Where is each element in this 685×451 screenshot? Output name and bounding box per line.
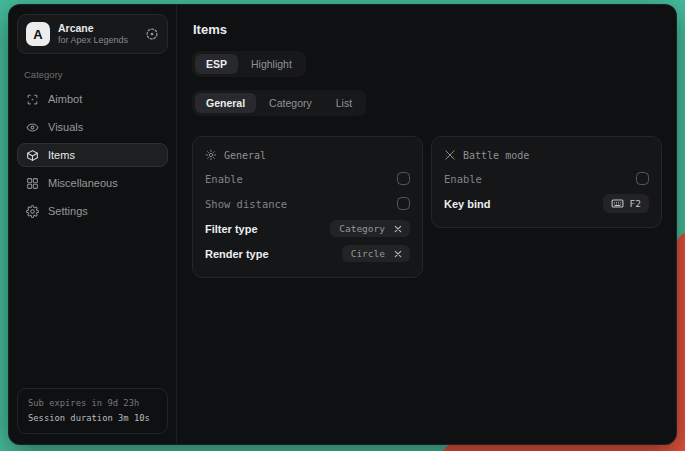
setting-row-key-bind: Key bindF2 [444, 191, 649, 216]
app-name: Arcane [58, 22, 137, 35]
session-duration-text: Session duration 3m 10s [28, 411, 157, 426]
keyboard-icon [611, 197, 624, 210]
eye-icon [26, 121, 39, 134]
setting-row-enable: Enable [205, 166, 410, 191]
setting-label: Enable [205, 173, 243, 185]
panel-title: General [224, 150, 266, 161]
grid-icon [26, 177, 39, 190]
sidebar-item-settings[interactable]: Settings [17, 199, 168, 223]
app-window: A Arcane for Apex Legends Category Aimbo… [8, 4, 677, 445]
app-titles: Arcane for Apex Legends [58, 22, 137, 46]
app-logo: A [26, 22, 50, 46]
category-section-label: Category [24, 69, 161, 80]
key-bind-button[interactable]: F2 [603, 194, 649, 213]
setting-label: Filter type [205, 223, 258, 235]
setting-row-render-type: Render typeCircle [205, 241, 410, 266]
main-content: Items ESPHighlight GeneralCategoryList G… [177, 5, 676, 444]
setting-label: Enable [444, 173, 482, 185]
setting-row-filter-type: Filter typeCategory [205, 216, 410, 241]
mode-tab-group: ESPHighlight [192, 51, 306, 77]
package-icon [26, 149, 39, 162]
sidebar-spacer [17, 223, 168, 388]
settings-panels: GeneralEnableShow distanceFilter typeCat… [192, 136, 662, 278]
sidebar-item-items[interactable]: Items [17, 143, 168, 167]
sidebar-item-label: Settings [48, 205, 88, 217]
swords-icon [444, 149, 456, 161]
setting-label: Key bind [444, 198, 490, 210]
panel-general: GeneralEnableShow distanceFilter typeCat… [192, 136, 423, 278]
sidebar-item-aimbot[interactable]: Aimbot [17, 87, 168, 111]
app-subtitle: for Apex Legends [58, 35, 137, 46]
sidebar-item-miscellaneous[interactable]: Miscellaneous [17, 171, 168, 195]
show-distance-checkbox[interactable] [397, 197, 410, 210]
panel-title: Battle mode [463, 150, 529, 161]
sidebar-item-label: Items [48, 149, 75, 161]
panel-header: General [205, 149, 410, 161]
keybind-value: F2 [630, 198, 641, 209]
subtab-list[interactable]: List [325, 93, 363, 113]
setting-row-show-distance: Show distance [205, 191, 410, 216]
target-badge-icon[interactable] [145, 27, 159, 41]
sidebar-item-visuals[interactable]: Visuals [17, 115, 168, 139]
sun-icon [205, 149, 217, 161]
render-type-select[interactable]: Circle [342, 245, 410, 262]
tab-esp[interactable]: ESP [195, 54, 238, 74]
sub-expiry-text: Sub expires in 9d 23h [28, 396, 157, 411]
sidebar: A Arcane for Apex Legends Category Aimbo… [9, 5, 177, 444]
panel-battle-mode: Battle modeEnableKey bindF2 [431, 136, 662, 228]
clear-x-icon[interactable] [393, 224, 403, 234]
setting-label: Show distance [205, 198, 287, 210]
subscription-info-card: Sub expires in 9d 23h Session duration 3… [17, 388, 168, 434]
enable-checkbox[interactable] [397, 172, 410, 185]
select-value: Category [339, 223, 385, 234]
enable-checkbox[interactable] [636, 172, 649, 185]
select-value: Circle [351, 248, 385, 259]
app-header-card: A Arcane for Apex Legends [17, 14, 168, 54]
gear-icon [26, 205, 39, 218]
page-title: Items [193, 22, 662, 37]
filter-type-select[interactable]: Category [330, 220, 410, 237]
clear-x-icon[interactable] [393, 249, 403, 259]
sidebar-item-label: Miscellaneous [48, 177, 118, 189]
sub-tab-group: GeneralCategoryList [192, 90, 366, 116]
subtab-general[interactable]: General [195, 93, 256, 113]
crosshair-icon [26, 93, 39, 106]
sidebar-item-label: Aimbot [48, 93, 82, 105]
panel-header: Battle mode [444, 149, 649, 161]
setting-row-enable: Enable [444, 166, 649, 191]
tab-highlight[interactable]: Highlight [240, 54, 303, 74]
setting-label: Render type [205, 248, 269, 260]
sidebar-item-label: Visuals [48, 121, 83, 133]
subtab-category[interactable]: Category [258, 93, 323, 113]
sidebar-nav: AimbotVisualsItemsMiscellaneousSettings [17, 87, 168, 223]
